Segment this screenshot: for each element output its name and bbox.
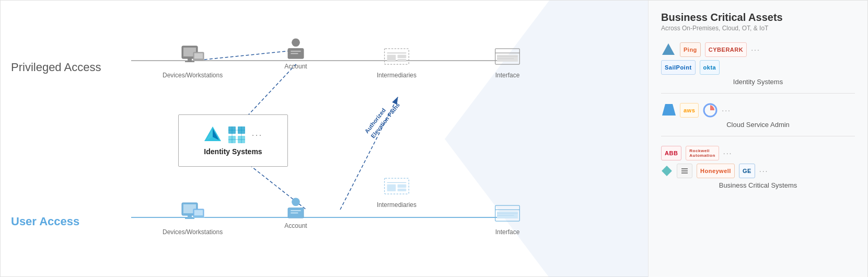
identity-systems-box: ··· Identity Systems: [178, 114, 288, 167]
user-devices-label: Devices/Workstations: [163, 228, 223, 236]
assets-panel: Business Critical Assets Across On-Premi…: [648, 1, 867, 277]
svg-rect-64: [662, 166, 672, 176]
priv-interface-label: Interface: [495, 72, 520, 79]
mesh-icon: [227, 125, 246, 144]
user-devices-icon: [177, 200, 209, 226]
priv-interface-node: Interface: [492, 43, 523, 79]
svg-rect-53: [387, 184, 396, 191]
svg-rect-11: [185, 61, 194, 62]
svg-rect-45: [194, 210, 203, 215]
critical-logos-row2: Honeywell GE ···: [661, 164, 855, 178]
cloud-logos-row: aws ···: [661, 103, 855, 118]
assets-subtitle: Across On-Premises, Cloud, OT, & IoT: [661, 25, 855, 32]
priv-account-icon: [280, 34, 311, 61]
user-account-node: Account: [280, 194, 311, 229]
identity-systems-label: Identity Systems: [204, 147, 262, 156]
priv-intermediaries-node: Intermediaries: [377, 43, 416, 79]
svg-rect-58: [497, 212, 518, 218]
aws-logo: aws: [680, 103, 699, 118]
priv-devices-icon: [177, 43, 209, 70]
list-icon: [677, 164, 692, 178]
user-intermediaries-node: Intermediaries: [377, 173, 416, 209]
priv-intermediaries-label: Intermediaries: [377, 72, 416, 79]
sailpoint-logo-icon: [661, 42, 676, 57]
assets-title: Business Critical Assets: [661, 11, 855, 24]
user-interface-label: Interface: [495, 228, 520, 236]
svg-rect-13: [194, 53, 203, 59]
user-access-label: User Access: [11, 215, 79, 228]
svg-rect-10: [188, 59, 192, 61]
privileged-access-label: Privileged Access: [11, 61, 101, 74]
okta-logo: okta: [700, 60, 720, 75]
svg-rect-22: [398, 55, 407, 59]
user-devices-node: Devices/Workstations: [163, 200, 223, 236]
cloud-more-dots: ···: [722, 106, 731, 114]
business-critical-group: ABB RockwellAutomation ··· Honeywell: [661, 146, 855, 197]
identity-logos-row: Ping CYBERARK ···: [661, 42, 855, 57]
diagram-section: Privileged Access User Access Devices/Wo…: [1, 1, 649, 277]
svg-rect-46: [192, 217, 205, 218]
identity-systems-group: Ping CYBERARK ··· SailPoint okta Identit…: [661, 42, 855, 94]
ping-logo: Ping: [680, 42, 701, 57]
identity-logos-row2: SailPoint okta: [661, 60, 855, 75]
user-intermediaries-label: Intermediaries: [377, 201, 416, 209]
main-container: Privileged Access User Access Devices/Wo…: [0, 0, 868, 277]
elevation-paths-label: Authorized Elevation Paths: [363, 97, 402, 141]
rockwell-logo: RockwellAutomation: [686, 146, 719, 160]
priv-interface-icon: [492, 43, 523, 70]
abb-logo: ABB: [661, 146, 681, 160]
priv-account-node: Account: [280, 34, 311, 70]
svg-marker-0: [445, 1, 649, 277]
critical-more-dots2: ···: [759, 167, 769, 175]
svg-rect-54: [398, 184, 407, 188]
identity-dots: ···: [251, 130, 262, 141]
azure-logo-icon: [661, 103, 676, 118]
user-interface-node: Interface: [492, 200, 523, 236]
priv-devices-node: Devices/Workstations: [163, 43, 223, 79]
svg-marker-62: [662, 104, 676, 116]
critical-logos-row: ABB RockwellAutomation ···: [661, 146, 855, 160]
critical-group-label: Business Critical Systems: [661, 181, 855, 189]
svg-point-47: [292, 198, 300, 206]
priv-account-label: Account: [284, 63, 307, 70]
user-intermediaries-icon: [381, 173, 412, 199]
priv-devices-label: Devices/Workstations: [163, 72, 223, 79]
azure-pyramid-icon: [203, 125, 222, 144]
svg-rect-55: [398, 189, 407, 191]
identity-icons-row: ···: [203, 125, 262, 144]
google-logo-icon: [703, 103, 717, 118]
svg-marker-61: [662, 43, 675, 55]
priv-intermediaries-icon: [381, 43, 412, 70]
diagram-lines: [1, 1, 649, 277]
svg-rect-42: [188, 215, 192, 218]
identity-systems-group-label: Identity Systems: [661, 78, 855, 86]
critical-more-dots: ···: [723, 149, 733, 157]
user-account-icon: [280, 194, 311, 220]
siemens-icon: [661, 165, 673, 177]
identity-more-dots: ···: [751, 45, 760, 54]
svg-rect-23: [398, 59, 407, 62]
cyberark-logo: CYBERARK: [705, 42, 747, 57]
user-account-label: Account: [284, 222, 307, 229]
sailpoint-logo: SailPoint: [661, 60, 696, 75]
svg-point-15: [292, 38, 300, 47]
svg-rect-26: [497, 55, 518, 62]
cloud-service-group-label: Cloud Service Admin: [661, 121, 855, 129]
honeywell-logo: Honeywell: [697, 164, 735, 178]
cloud-service-group: aws ··· Cloud Service Admin: [661, 103, 855, 136]
svg-rect-14: [192, 60, 205, 61]
svg-rect-21: [387, 55, 396, 62]
svg-rect-43: [185, 218, 194, 219]
user-interface-icon: [492, 200, 523, 226]
ge-logo: GE: [739, 164, 755, 178]
